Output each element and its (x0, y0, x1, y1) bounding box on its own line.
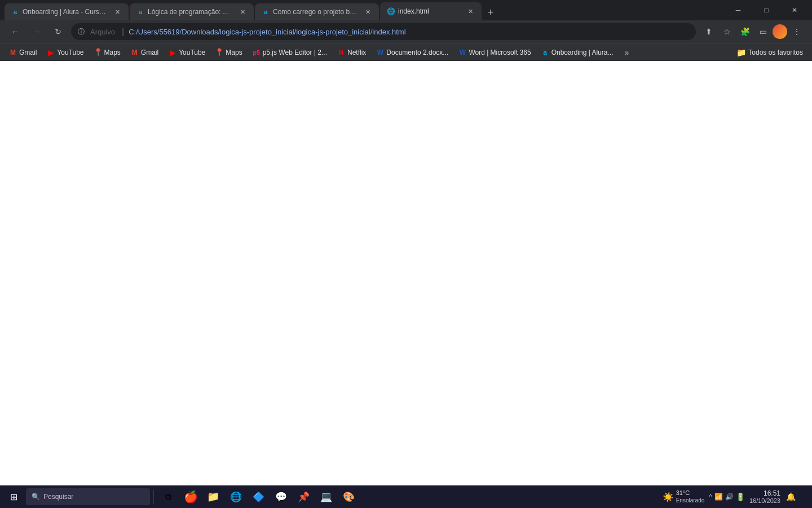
bookmarks-folder-button[interactable]: 📁 Todos os favoritos (732, 46, 807, 59)
volume-icon[interactable]: 🔊 (725, 493, 734, 501)
tab-label-3: Como carrego o projeto básico... (273, 8, 360, 16)
app8-button[interactable]: 🎨 (338, 486, 359, 507)
notification-icon: 🔔 (786, 492, 796, 501)
tab-label-1: Onboarding | Alura - Cursos on... (23, 8, 109, 16)
p5-icon: p5 (253, 49, 261, 56)
tab-close-3[interactable]: ✕ (363, 7, 372, 16)
bookmark-word-doc[interactable]: W Documento 2.docx... (372, 46, 453, 59)
forward-button[interactable]: → (28, 23, 45, 40)
info-icon: ⓘ (78, 27, 85, 37)
reload-button[interactable]: ↻ (50, 23, 67, 40)
chrome-button[interactable]: 🌐 (225, 486, 246, 507)
address-bar[interactable]: ⓘ Arquivo | C:/Users/55619/Downloads/log… (71, 23, 696, 40)
maps-icon-2: 📍 (215, 49, 223, 56)
bookmark-alura[interactable]: a Onboarding | Alura... (537, 46, 618, 59)
bookmark-youtube-2-label: YouTube (179, 49, 205, 56)
back-button[interactable]: ← (7, 23, 24, 40)
fruit-icon: 🍎 (184, 490, 198, 503)
bookmark-youtube-1-label: YouTube (57, 49, 83, 56)
toolbar-right: ⬆ ☆ 🧩 ▭ ⋮ (700, 23, 805, 40)
tab-onboarding[interactable]: a Onboarding | Alura - Cursos on... ✕ (5, 3, 129, 20)
tab-close-1[interactable]: ✕ (113, 7, 122, 16)
tab-como-carrego[interactable]: a Como carrego o projeto básico... ✕ (255, 3, 379, 20)
tab-favicon-2: a (136, 8, 144, 16)
task-view-icon: ⧉ (165, 492, 171, 502)
menu-button[interactable]: ⋮ (788, 23, 805, 40)
arquivo-label: Arquivo (90, 28, 115, 36)
close-button[interactable]: ✕ (782, 1, 807, 19)
bookmark-word-365[interactable]: W Word | Microsoft 365 (454, 46, 535, 59)
battery-icon[interactable]: 🔋 (736, 493, 745, 501)
fruit-icon-app[interactable]: 🍎 (180, 486, 201, 507)
windows-icon: ⊞ (10, 492, 17, 502)
gmail-icon-2: M (131, 49, 139, 56)
tab-close-2[interactable]: ✕ (238, 7, 247, 16)
file-explorer-icon: 📁 (207, 491, 219, 503)
bookmark-maps-2-label: Maps (226, 49, 242, 56)
pinterest-button[interactable]: 📌 (293, 486, 314, 507)
alura-icon: a (541, 49, 549, 56)
titlebar: a Onboarding | Alura - Cursos on... ✕ a … (0, 0, 812, 20)
tab-label-2: Lógica de programação: mergu... (148, 8, 235, 16)
taskbar: ⊞ 🔍 Pesquisar ⧉ 🍎 📁 🌐 🔷 💬 📌 💻 🎨 (0, 485, 812, 508)
share-button[interactable]: ⬆ (700, 23, 717, 40)
notification-button[interactable]: 🔔 (785, 486, 796, 507)
bookmark-button[interactable]: ☆ (718, 23, 735, 40)
vscode-icon: 💻 (320, 491, 332, 503)
task-view-button[interactable]: ⧉ (157, 486, 179, 507)
chrome-icon: 🌐 (230, 491, 242, 503)
new-tab-button[interactable]: + (483, 5, 498, 20)
bookmarks-more-button[interactable]: » (619, 45, 635, 60)
tab-close-4[interactable]: ✕ (466, 7, 475, 16)
weather-temp: 31°C (676, 489, 705, 497)
edge-button[interactable]: 🔷 (248, 486, 269, 507)
bookmark-maps-2[interactable]: 📍 Maps (211, 46, 246, 59)
show-desktop-button[interactable] (801, 486, 805, 507)
bookmark-maps-1-label: Maps (104, 49, 121, 56)
bookmark-maps-1[interactable]: 📍 Maps (90, 46, 125, 59)
bookmark-gmail-2[interactable]: M Gmail (126, 46, 163, 59)
maps-icon-1: 📍 (94, 49, 102, 56)
vscode-button[interactable]: 💻 (315, 486, 337, 507)
bookmark-youtube-2[interactable]: ▶ YouTube (164, 46, 210, 59)
bookmark-word-doc-label: Documento 2.docx... (386, 49, 448, 56)
tab-index-html[interactable]: 🌐 index.html ✕ (380, 2, 482, 20)
folder-icon: 📁 (736, 48, 746, 57)
sidebar-button[interactable]: ▭ (754, 23, 771, 40)
addressbar: ← → ↻ ⓘ Arquivo | C:/Users/55619/Downloa… (0, 20, 812, 43)
bookmark-word-365-label: Word | Microsoft 365 (469, 49, 531, 56)
tray-expand-button[interactable]: ^ (709, 493, 712, 501)
whatsapp-button[interactable]: 💬 (270, 486, 292, 507)
bookmark-gmail-1[interactable]: M Gmail (5, 46, 41, 59)
weather-widget[interactable]: ☀️ 31°C Ensolarado (663, 489, 705, 503)
youtube-icon-1: ▶ (47, 49, 55, 56)
profile-button[interactable] (773, 24, 787, 39)
tab-favicon-3: a (262, 8, 270, 16)
youtube-icon-2: ▶ (169, 49, 176, 56)
extensions-button[interactable]: 🧩 (736, 23, 753, 40)
taskbar-search[interactable]: 🔍 Pesquisar (26, 488, 150, 505)
tab-label-4: index.html (398, 7, 462, 15)
bookmarks-right: 📁 Todos os favoritos (732, 46, 807, 59)
maximize-button[interactable]: □ (753, 1, 779, 19)
word-icon-1: W (376, 49, 384, 56)
bookmark-youtube-1[interactable]: ▶ YouTube (42, 46, 88, 59)
minimize-button[interactable]: ─ (725, 1, 751, 19)
search-placeholder: Pesquisar (43, 493, 73, 501)
clock-time: 16:51 (749, 489, 780, 497)
file-explorer-button[interactable]: 📁 (202, 486, 224, 507)
bookmark-netflix[interactable]: N Netflix (333, 46, 370, 59)
bookmark-p5-label: p5.js Web Editor | 2... (263, 49, 327, 56)
page-content (0, 61, 812, 485)
network-icon[interactable]: 📶 (714, 493, 723, 501)
url-path: C:/Users/55619/Downloads/logica-js-proje… (129, 28, 405, 36)
pinterest-icon: 📌 (298, 491, 310, 503)
bookmarks-folder-label: Todos os favoritos (748, 49, 803, 56)
taskbar-clock[interactable]: 16:51 16/10/2023 (749, 489, 780, 504)
tab-logica[interactable]: a Lógica de programação: mergu... ✕ (130, 3, 254, 20)
bookmark-gmail-1-label: Gmail (19, 49, 37, 56)
edge-icon: 🔷 (253, 491, 264, 503)
search-icon: 🔍 (32, 493, 40, 501)
start-button[interactable]: ⊞ (2, 485, 25, 508)
bookmark-p5[interactable]: p5 p5.js Web Editor | 2... (248, 46, 332, 59)
